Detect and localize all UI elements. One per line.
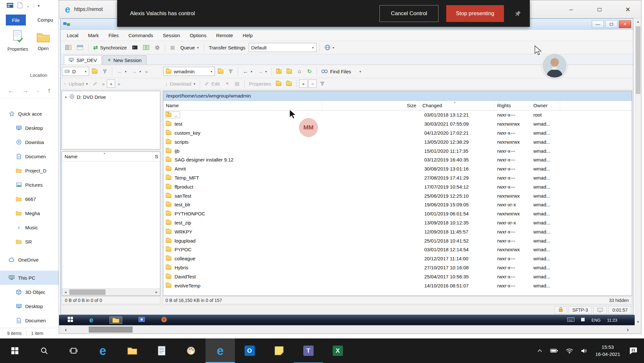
remote-filter-icon[interactable] [226, 67, 235, 76]
scroll-left-icon[interactable]: ◂ [62, 289, 69, 296]
horizontal-scrollbar[interactable]: ‹ › [59, 325, 635, 334]
local-drive-selector[interactable]: D▾ [62, 67, 89, 76]
menu-files[interactable]: Files [104, 30, 124, 41]
vertical-scrollbar-thumb[interactable] [636, 26, 640, 94]
properties-button[interactable]: Properties [247, 79, 273, 88]
scroll-right-icon[interactable]: › [624, 326, 632, 334]
file-row[interactable]: DavidTest25/04/2017 10:56:35rwxr-x---wma… [163, 272, 632, 281]
scroll-up-icon[interactable]: ▲ [635, 18, 641, 25]
scroll-down-icon[interactable]: ▼ [635, 319, 641, 325]
sidebar-item-pictures[interactable]: Pictures [0, 178, 59, 192]
taskbar-outlook[interactable]: O [235, 338, 264, 363]
overflow-chevron-icon[interactable]: » [101, 81, 106, 87]
preferences-gear-icon[interactable] [153, 43, 162, 52]
sidebar-item-quick-acce[interactable]: Quick acce [0, 107, 59, 121]
stop-presenting-button[interactable]: Stop presenting [446, 5, 504, 22]
sidebar-item-6667[interactable]: 6667 [0, 192, 59, 206]
file-row[interactable]: test_blr19/06/2019 15:09:05rwxr-xr-xwmad… [163, 200, 632, 209]
local-empty-area[interactable] [62, 161, 160, 288]
find-files-button[interactable]: Find Files [319, 67, 353, 76]
menu-commands[interactable]: Commands [124, 30, 158, 41]
sidebar-item-onedrive[interactable]: OneDrive [0, 253, 59, 267]
file-row[interactable]: Hybris27/10/2017 10:16:08rwxr-x---wmad..… [163, 263, 632, 272]
sidebar-item-documen[interactable]: Documen [0, 313, 59, 327]
winscp-close-button[interactable]: × [619, 20, 631, 28]
overflow-chevron-icon[interactable]: » [144, 69, 149, 74]
sidebar-item-documen[interactable]: Documen [0, 149, 59, 163]
queue-button[interactable]: Queue▾ [178, 43, 201, 52]
select-add-button[interactable]: + [299, 79, 307, 88]
encryption-lock-cell[interactable] [555, 306, 567, 314]
refresh-button[interactable]: ↻ [305, 67, 314, 76]
transfer-settings-select[interactable]: Default▾ [249, 43, 317, 52]
queue-view-icon[interactable]: ▦ [168, 43, 177, 52]
commander-view-icon[interactable] [63, 43, 74, 52]
synchronize-button[interactable]: ⇄Synchronize [91, 43, 129, 52]
new-file-button[interactable] [284, 79, 294, 88]
back-icon[interactable]: ← [8, 87, 14, 94]
forward-icon[interactable]: → [22, 87, 28, 94]
tree-expander-icon[interactable]: ▸ [65, 95, 67, 99]
menu-local[interactable]: Local [62, 30, 83, 41]
scroll-right-icon[interactable]: ▸ [153, 289, 160, 296]
file-row[interactable]: logupload25/01/2018 10:41:52rwxr-x---wma… [163, 236, 632, 245]
horizontal-scrollbar-thumb[interactable] [89, 327, 133, 333]
file-row[interactable]: scripts13/05/2020 12:38:29rwxrwxrwxwmad.… [163, 137, 632, 146]
remote-path-bar[interactable]: /export/home/users/wmgroup/wmadmin [163, 91, 632, 101]
menu-options[interactable]: Options [185, 30, 211, 41]
remote-start-button[interactable] [67, 316, 73, 324]
file-row[interactable]: PYTHONPOC10/01/2019 06:01:54rwxrwxrwxwma… [163, 209, 632, 218]
file-row[interactable]: custom_key04/12/2020 17:02:21rwxr-x---wm… [163, 129, 632, 138]
file-row[interactable]: test30/03/2021 07:55:09rwxrwxrwxwmad... [163, 119, 632, 129]
remote-ie-icon[interactable]: e [89, 316, 93, 324]
taskbar-file-explorer[interactable] [117, 338, 147, 363]
local-horizontal-scrollbar[interactable]: ◂ ▸ [62, 288, 160, 296]
overflow-chevron-icon[interactable]: » [116, 81, 121, 87]
taskbar-excel[interactable]: X [323, 338, 352, 363]
remote-column-changed[interactable]: Changed▴ [420, 101, 495, 110]
menu-mark[interactable]: Mark [83, 30, 104, 41]
remote-column-owner[interactable]: Owner [531, 101, 560, 110]
new-window-icon[interactable] [17, 2, 23, 10]
volume-icon[interactable] [581, 348, 588, 354]
taskbar-notepad[interactable] [147, 338, 176, 363]
remote-clock[interactable]: 11:23 [607, 318, 617, 323]
menu-session[interactable]: Session [158, 30, 185, 41]
sidebar-item-desktop[interactable]: Desktop [0, 299, 59, 313]
cancel-control-button[interactable]: Cancel Control [379, 5, 438, 22]
sidebar-item-megha[interactable]: Megha [0, 206, 59, 220]
remote-column-size[interactable]: Size [322, 101, 420, 110]
delete-button[interactable]: × [223, 79, 232, 88]
local-bookmark-icon[interactable] [90, 67, 99, 76]
show-hidden-icons-chevron[interactable] [537, 349, 542, 352]
more-commands-button[interactable]: ▾ [354, 67, 363, 76]
local-column-name[interactable]: Name▴ [62, 152, 153, 161]
local-select-add-button[interactable]: + [107, 79, 115, 88]
vertical-scrollbar[interactable]: ▲ ▼ [635, 18, 641, 325]
winscp-minimize-button[interactable]: — [592, 20, 604, 28]
sidebar-item-sr[interactable]: SR [0, 234, 59, 249]
local-filter-icon[interactable] [100, 67, 109, 76]
sidebar-item-downloa[interactable]: Downloa [0, 135, 59, 149]
taskbar-sticky-notes[interactable] [264, 338, 294, 363]
taskbar-paint[interactable] [176, 338, 206, 363]
edit-button[interactable]: Edit [203, 79, 222, 88]
recent-locations-icon[interactable]: ⌄ [36, 88, 40, 93]
file-row[interactable]: SAG designer installer 9.1203/12/2019 16… [163, 155, 632, 164]
remote-bookmark-icon[interactable] [216, 67, 225, 76]
local-edit-icon[interactable] [91, 79, 100, 88]
remote-app-icon[interactable] [138, 317, 145, 323]
open-button[interactable]: Open [33, 32, 54, 51]
chevron-down-icon[interactable]: ⌄ [26, 4, 30, 8]
sidebar-item-music[interactable]: ♪Music [0, 220, 59, 234]
remote-explorer-icon[interactable] [109, 316, 122, 324]
properties-button[interactable]: Properties [4, 30, 32, 52]
protocol-cell[interactable]: SFTP-3 [569, 306, 592, 314]
file-row[interactable]: test_zip13/09/2018 10:12:35rwxr-xr-xwmad… [163, 218, 632, 227]
file-row[interactable]: Amrit30/08/2019 13:01:16rwxr-x---wmad... [163, 164, 632, 173]
action-center-icon[interactable]: 21 [628, 347, 639, 355]
remote-column-rights[interactable]: Rights [495, 101, 531, 110]
file-row[interactable]: colleague20/12/2017 11:14:00rwxr-x---wma… [163, 254, 632, 263]
scroll-left-icon[interactable]: ‹ [62, 326, 70, 334]
file-row[interactable]: PYPOC03/01/2018 12:14:54rwxrwxrwxwmad... [163, 245, 632, 254]
